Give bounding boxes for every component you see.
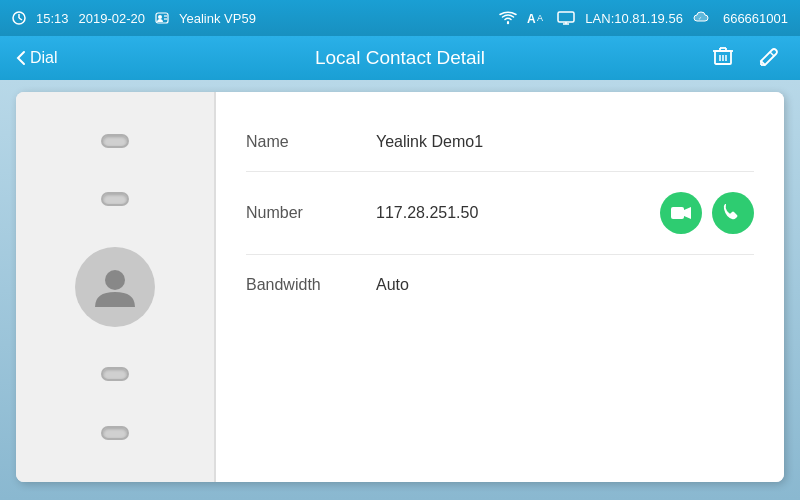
edit-button[interactable] <box>754 41 784 76</box>
title-actions <box>708 41 784 76</box>
main-content: Name Yealink Demo1 Number 117.28.251.50 <box>0 80 800 500</box>
svg-point-25 <box>105 270 125 290</box>
bandwidth-row: Bandwidth Auto <box>246 255 754 315</box>
status-time: 15:13 <box>36 11 69 26</box>
number-label: Number <box>246 204 376 222</box>
person-badge-icon <box>155 11 169 25</box>
contact-card: Name Yealink Demo1 Number 117.28.251.50 <box>16 92 784 482</box>
svg-text:✓: ✓ <box>698 15 702 21</box>
binder-ring-5 <box>101 367 129 381</box>
number-value: 117.28.251.50 <box>376 204 660 222</box>
back-label: Dial <box>30 49 58 67</box>
bandwidth-value: Auto <box>376 276 754 294</box>
svg-rect-10 <box>558 12 574 22</box>
binder-ring-1 <box>101 134 129 148</box>
monitor-icon <box>557 11 575 25</box>
name-label: Name <box>246 133 376 151</box>
svg-text:A: A <box>527 12 536 25</box>
call-actions <box>660 192 754 234</box>
title-bar: Dial Local Contact Detail <box>0 36 800 80</box>
bandwidth-label: Bandwidth <box>246 276 376 294</box>
svg-point-4 <box>158 15 162 19</box>
number-row: Number 117.28.251.50 <box>246 172 754 255</box>
status-lan: LAN:10.81.19.56 <box>585 11 683 26</box>
back-button[interactable]: Dial <box>16 49 58 67</box>
name-value: Yealink Demo1 <box>376 133 754 151</box>
binder-ring-2 <box>101 192 129 206</box>
status-device: Yealink VP59 <box>179 11 256 26</box>
status-bar: 15:13 2019-02-20 Yealink VP59 <box>0 0 800 36</box>
clock-icon <box>12 11 26 25</box>
page-title: Local Contact Detail <box>315 47 485 69</box>
name-row: Name Yealink Demo1 <box>246 112 754 172</box>
binder-ring-6 <box>101 426 129 440</box>
svg-text:A: A <box>537 13 543 23</box>
contact-details: Name Yealink Demo1 Number 117.28.251.50 <box>216 92 784 482</box>
status-right: A A LAN:10.81.19.56 ✓ 666661001 <box>499 11 788 26</box>
svg-point-7 <box>507 22 509 24</box>
status-account: 666661001 <box>723 11 788 26</box>
binder-left <box>16 92 216 482</box>
status-left: 15:13 2019-02-20 Yealink VP59 <box>12 11 256 26</box>
svg-rect-26 <box>671 207 684 219</box>
cloud-icon: ✓ <box>693 11 713 25</box>
audio-call-button[interactable] <box>712 192 754 234</box>
svg-line-24 <box>770 52 774 56</box>
avatar <box>75 247 155 327</box>
svg-line-2 <box>19 18 22 20</box>
font-size-icon: A A <box>527 11 547 25</box>
delete-button[interactable] <box>708 41 738 76</box>
video-call-button[interactable] <box>660 192 702 234</box>
wifi-icon <box>499 11 517 25</box>
status-date: 2019-02-20 <box>79 11 146 26</box>
